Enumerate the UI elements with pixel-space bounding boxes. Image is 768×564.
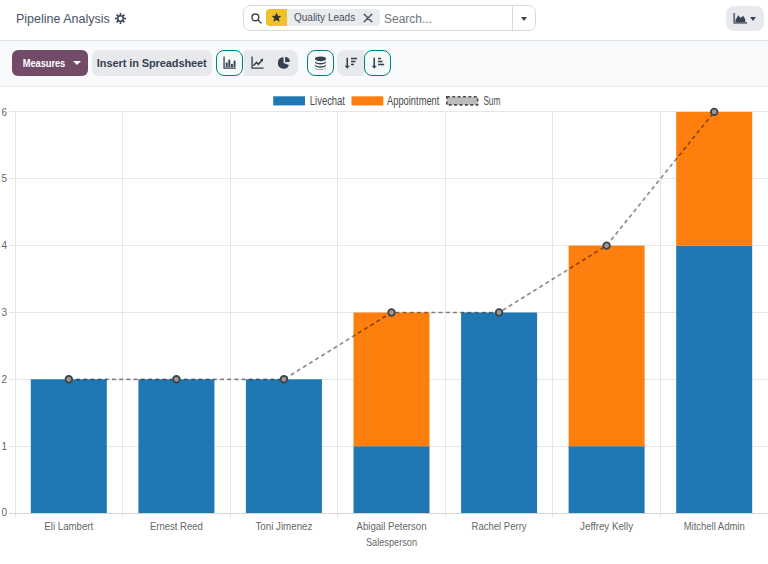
svg-text:Appointment: Appointment xyxy=(387,94,440,108)
svg-text:Salesperson: Salesperson xyxy=(366,536,417,548)
svg-text:Abigail Peterson: Abigail Peterson xyxy=(357,520,427,532)
svg-text:4: 4 xyxy=(1,240,7,251)
svg-text:Livechat: Livechat xyxy=(310,94,346,108)
svg-text:6: 6 xyxy=(1,107,7,118)
svg-text:3: 3 xyxy=(1,307,7,318)
svg-text:1: 1 xyxy=(1,441,7,452)
svg-text:Sum: Sum xyxy=(483,94,500,108)
svg-text:2: 2 xyxy=(1,374,7,385)
svg-text:Eli Lambert: Eli Lambert xyxy=(44,520,93,532)
svg-text:Jeffrey Kelly: Jeffrey Kelly xyxy=(580,520,633,532)
svg-text:Mitchell Admin: Mitchell Admin xyxy=(684,520,745,532)
svg-text:5: 5 xyxy=(1,173,7,184)
svg-text:Toni Jimenez: Toni Jimenez xyxy=(255,520,312,532)
svg-text:0: 0 xyxy=(1,507,7,518)
svg-text:Ernest Reed: Ernest Reed xyxy=(150,520,203,532)
svg-text:Rachel Perry: Rachel Perry xyxy=(472,520,527,532)
